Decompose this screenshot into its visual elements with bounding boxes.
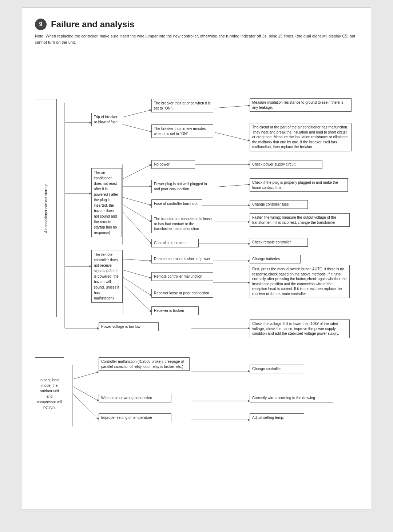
left-main2-label: In cool, heat mode, the outdoor unit and… — [35, 357, 64, 430]
svg-line-24 — [73, 372, 99, 379]
remote-malfunction-box: Remote controller malfunction — [151, 272, 213, 281]
remote-no-recv-box: The remote controller does not receive s… — [91, 250, 123, 303]
fasten-wiring-box: Fasten the wiring; measure the output vo… — [250, 213, 350, 227]
left-main-label: Air conditioner can not start up — [35, 99, 57, 317]
check-power-supply-box: Check power supply circuit. — [250, 160, 322, 169]
no-power-box: No power — [151, 160, 195, 169]
svg-line-6 — [123, 164, 151, 179]
svg-line-2 — [123, 110, 151, 117]
first-press-manual-box: First, press the manual switch button AU… — [250, 265, 350, 298]
svg-line-5 — [215, 132, 250, 141]
svg-line-12 — [215, 184, 250, 187]
change-controller-box: Change controller — [250, 365, 304, 373]
section-header: 9 Failure and analysis — [35, 19, 358, 30]
section-title: Failure and analysis — [51, 19, 134, 29]
trip-fuse-box: Trip of breaker or blow of fuse — [91, 113, 121, 126]
transformer-loose-box: The transformer connection is loose or h… — [151, 215, 215, 233]
section-number: 9 — [35, 19, 47, 30]
controller-broken-box: Controller is broken — [151, 239, 199, 247]
power-plug-poor-box: Power plug is not well plugged in and po… — [151, 180, 215, 193]
power-voltage-low-box: Power voltage is too low — [99, 322, 159, 331]
correctly-wire-box: Correctly wire according to the drawing — [250, 394, 333, 402]
remote-short-power-box: Remote controller is short of power — [151, 255, 213, 263]
improper-temp-box: Improper setting of temperature — [99, 413, 171, 422]
change-batteries-box: Change batteries — [250, 255, 301, 263]
svg-line-9 — [123, 205, 151, 222]
wire-loose-box: Wire loose or wrong connection — [99, 394, 171, 402]
change-fuse-box: Change controller fuse — [250, 200, 308, 209]
check-remote-box: Check remote controller — [250, 238, 308, 247]
circuit-malfunction-box: The circuit or the part of the air condi… — [250, 123, 352, 151]
receiver-loose-box: Receiver loose or poor connection — [151, 289, 213, 298]
check-voltage-low-box: Check the voltage. If it is lower than 1… — [250, 319, 350, 338]
controller-malfunction-ic-box: Controller malfunction (IC2003 broken, c… — [99, 357, 190, 371]
footer: — — — [35, 477, 358, 483]
page: 9 Failure and analysis Note: When replac… — [22, 7, 371, 509]
breaker-few-min-box: The breaker trips in few minutes when it… — [151, 124, 213, 138]
note-text: Note: When replacing the controller, mak… — [35, 33, 358, 45]
svg-line-4 — [215, 106, 250, 108]
svg-line-3 — [123, 124, 151, 132]
svg-line-20 — [123, 285, 151, 312]
svg-line-17 — [123, 259, 151, 261]
meas-insulation-box: Measure insulation resistance to ground … — [250, 98, 352, 112]
receiver-broken-box: Receiver is broken — [151, 306, 199, 315]
svg-line-25 — [73, 386, 99, 401]
diagram: Air conditioner can not start up Trip of… — [35, 52, 358, 470]
breaker-at-once-box: The breaker trips at once when it is set… — [151, 99, 213, 112]
svg-line-10 — [123, 212, 151, 244]
svg-line-19 — [123, 277, 151, 295]
fuse-burnt-box: Fuse of controller burnt out — [151, 199, 202, 208]
svg-line-8 — [123, 197, 151, 205]
adjust-temp-box: Adjust setting temp. — [250, 413, 304, 422]
check-plug-firm-box: Check if the plug is properly plugged in… — [250, 178, 348, 192]
ac-no-react-box: The air conditioner does not react after… — [91, 168, 122, 237]
svg-line-18 — [123, 270, 151, 278]
svg-line-26 — [73, 394, 99, 419]
